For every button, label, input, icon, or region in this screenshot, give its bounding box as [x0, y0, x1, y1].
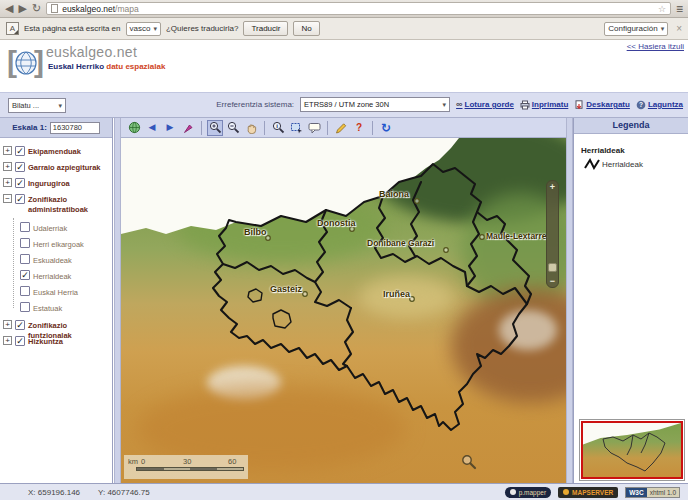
- marker-irunea: [410, 297, 415, 302]
- chevron-down-icon: ▾: [443, 101, 447, 109]
- scale-input[interactable]: [50, 122, 100, 134]
- checkbox-checked[interactable]: ✓: [15, 146, 25, 156]
- question-icon: ?: [356, 123, 362, 133]
- globe-zoom-icon: [128, 121, 141, 134]
- browser-forward-button[interactable]: ▶: [18, 3, 26, 14]
- main-area: Eskala 1: + ✓ Ekipamenduak + ✓ Garraio a…: [0, 118, 688, 483]
- translate-bar: A Esta página está escrita en vasco▾ ¿Qu…: [0, 18, 688, 40]
- map-viewport[interactable]: Baiona Donostia Bilbo Donibane Garazi Ma…: [121, 138, 566, 483]
- svg-text:?: ?: [639, 101, 643, 108]
- query-button[interactable]: ?: [351, 120, 367, 136]
- expand-icon[interactable]: +: [3, 146, 12, 155]
- site-header: [ ] euskalgeo.net Euskal Herriko datu es…: [0, 40, 688, 92]
- arrow-left-icon: ◀: [149, 123, 156, 132]
- slider-handle[interactable]: [548, 263, 557, 272]
- identify-button[interactable]: i: [270, 120, 286, 136]
- browser-back-button[interactable]: ◀: [5, 3, 13, 14]
- search-select[interactable]: Bilatu ...▾: [8, 98, 66, 113]
- marker-maule-lextarre: [480, 235, 485, 240]
- zoom-in-button[interactable]: [207, 120, 223, 136]
- download-button[interactable]: Deskargatu: [574, 100, 630, 110]
- city-label-bilbo: Bilbo: [244, 227, 267, 237]
- address-bar[interactable]: euskalgeo.net/mapa ☆: [46, 2, 671, 15]
- legend-line-symbol: [584, 158, 600, 170]
- checkbox-checked[interactable]: ✓: [15, 194, 25, 204]
- checkbox-checked[interactable]: ✓: [15, 162, 25, 172]
- expand-icon[interactable]: +: [3, 178, 12, 187]
- tree-connector: [13, 218, 14, 308]
- refresh-button[interactable]: ↻: [378, 120, 394, 136]
- zoom-out-button[interactable]: [225, 120, 241, 136]
- settings-button[interactable]: Configuración▾: [604, 22, 668, 36]
- no-button[interactable]: No: [293, 21, 319, 36]
- zoom-slider[interactable]: + −: [546, 180, 559, 288]
- boundary-layer: [121, 138, 566, 483]
- marker-gasteiz: [303, 292, 308, 297]
- print-button[interactable]: Inprimatu: [520, 100, 568, 110]
- city-label-gasteiz: Gasteiz: [270, 284, 302, 294]
- reference-system-select[interactable]: ETRS89 / UTM zone 30N▾: [300, 97, 450, 112]
- translate-button[interactable]: Traducir: [243, 21, 288, 36]
- checkbox-checked[interactable]: ✓: [15, 336, 25, 346]
- map-magnifier-graphic: [461, 454, 477, 470]
- measure-button[interactable]: [333, 120, 349, 136]
- mapserver-badge[interactable]: MAPSERVER: [558, 487, 618, 498]
- slider-zoom-in-icon[interactable]: +: [547, 182, 558, 192]
- checkbox-checked[interactable]: ✓: [20, 270, 30, 280]
- slider-zoom-out-icon[interactable]: −: [547, 276, 558, 286]
- extent-forward-button[interactable]: ▶: [162, 120, 178, 136]
- translate-message: Esta página está escrita en: [24, 24, 121, 33]
- checkbox-unchecked[interactable]: [20, 254, 30, 264]
- info-bubble-button[interactable]: [306, 120, 322, 136]
- select-rectangle-icon: [290, 121, 303, 134]
- pan-button[interactable]: [243, 120, 259, 136]
- chevron-down-icon: ▾: [661, 25, 665, 33]
- checkbox-unchecked[interactable]: [20, 302, 30, 312]
- printer-icon: [520, 100, 530, 110]
- status-bar: X: 659196.146 Y: 4607746.75 p.mapper MAP…: [0, 483, 688, 500]
- extent-back-button[interactable]: ◀: [144, 120, 160, 136]
- bookmark-star-icon[interactable]: ☆: [658, 4, 666, 14]
- save-link-button[interactable]: ∞Lotura gorde: [456, 100, 514, 109]
- checkbox-checked[interactable]: ✓: [15, 178, 25, 188]
- pmapper-badge[interactable]: p.mapper: [505, 487, 551, 498]
- checkbox-unchecked[interactable]: [20, 222, 30, 232]
- download-icon: [574, 100, 584, 110]
- legend-splitter[interactable]: [566, 118, 573, 483]
- expand-icon[interactable]: +: [3, 336, 12, 345]
- checkbox-checked[interactable]: ✓: [15, 320, 25, 330]
- page-icon: [51, 4, 58, 13]
- help-button[interactable]: ? Laguntza: [636, 100, 683, 110]
- overview-boundaries: [583, 423, 683, 479]
- toolbar-separator: [372, 121, 373, 135]
- speech-bubble-icon: [308, 121, 321, 134]
- scale-header: Eskala 1:: [0, 118, 112, 138]
- layer-sidebar: Eskala 1: + ✓ Ekipamenduak + ✓ Garraio a…: [0, 118, 113, 483]
- city-label-donostia: Donostia: [317, 218, 356, 228]
- collapse-icon[interactable]: −: [3, 194, 12, 203]
- home-link[interactable]: << Hasiera itzuli: [627, 42, 684, 51]
- browser-chrome: ◀ ▶ ↻ euskalgeo.net/mapa ☆ ≡: [0, 0, 688, 18]
- toolbar-separator: [327, 121, 328, 135]
- close-icon[interactable]: ×: [676, 23, 682, 34]
- w3c-badge[interactable]: W3Cxhtml 1.0: [625, 487, 680, 498]
- browser-reload-button[interactable]: ↻: [32, 3, 41, 14]
- pushpin-tool-button[interactable]: [180, 120, 196, 136]
- select-box-button[interactable]: [288, 120, 304, 136]
- zoom-full-extent-button[interactable]: [126, 120, 142, 136]
- overview-map[interactable]: [579, 419, 685, 481]
- refresh-icon: ↻: [381, 122, 391, 134]
- sidebar-splitter[interactable]: [114, 118, 121, 483]
- checkbox-unchecked[interactable]: [20, 286, 30, 296]
- city-label-donibane-garazi: Donibane Garazi: [367, 238, 434, 248]
- checkbox-unchecked[interactable]: [20, 238, 30, 248]
- site-tagline: Euskal Herriko datu espazialak: [48, 62, 165, 71]
- scalebar-unit: km: [128, 457, 138, 466]
- marker-donibane-garazi: [444, 248, 449, 253]
- language-select[interactable]: vasco▾: [126, 22, 161, 36]
- translate-icon: A: [6, 22, 19, 35]
- arrow-right-icon: ▶: [167, 123, 174, 132]
- browser-menu-icon[interactable]: ≡: [676, 2, 683, 16]
- expand-icon[interactable]: +: [3, 162, 12, 171]
- expand-icon[interactable]: +: [3, 320, 12, 329]
